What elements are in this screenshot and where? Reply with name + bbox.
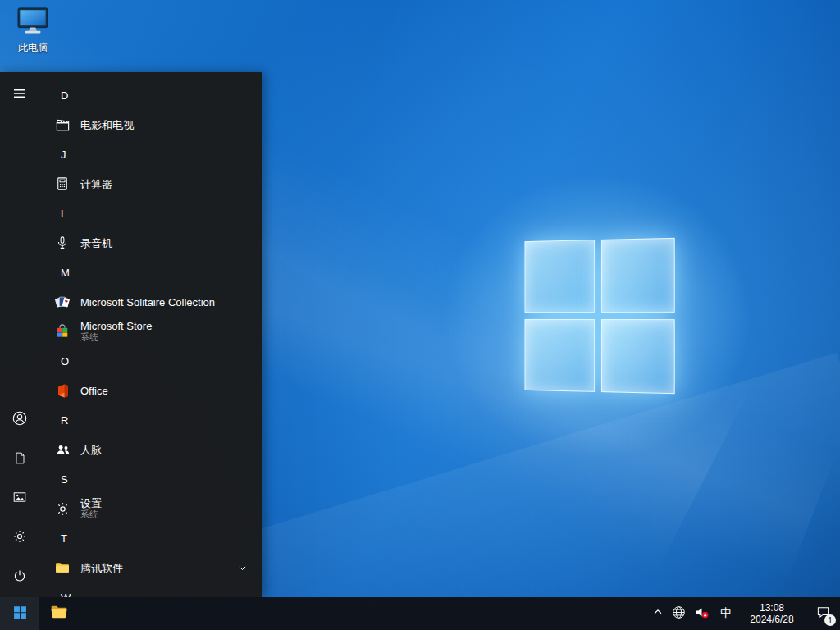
section-header-W[interactable]: W: [39, 582, 262, 597]
section-header-S[interactable]: S: [39, 464, 262, 494]
settings-gear-icon: [12, 529, 27, 547]
settings-button[interactable]: [0, 518, 39, 558]
section-header-R[interactable]: R: [39, 405, 262, 435]
calculator-icon: [52, 174, 72, 194]
solitaire-cards-icon: [52, 292, 72, 312]
app-item-calculator[interactable]: 计算器: [39, 169, 262, 199]
logo-pane: [601, 319, 675, 394]
section-header-D[interactable]: D: [39, 80, 262, 110]
chevron-up-icon: [652, 606, 664, 621]
light-beam: [240, 353, 840, 630]
clock-time: 13:08: [760, 602, 784, 614]
settings-gear-icon: [52, 499, 72, 518]
network-button[interactable]: [668, 597, 690, 630]
rail-top: [0, 75, 39, 115]
documents-button[interactable]: [0, 440, 39, 479]
clock[interactable]: 13:08 2024/6/28: [738, 597, 806, 630]
speaker-muted-icon: [694, 605, 710, 623]
desktop-icon-label: 此电脑: [18, 41, 48, 55]
voice-recorder-icon: [52, 233, 72, 253]
logo-pane: [524, 240, 595, 313]
start-menu: D 电影和电视 J: [0, 72, 262, 597]
app-item-voice-recorder[interactable]: 录音机: [39, 228, 262, 258]
section-header-J[interactable]: J: [39, 139, 262, 169]
system-tray: 中 13:08 2024/6/28 1: [648, 597, 840, 630]
app-item-office[interactable]: Office: [39, 376, 262, 405]
app-subtitle: 系统: [80, 509, 102, 520]
app-item-people[interactable]: 人脉: [39, 435, 262, 464]
desktop-icon-this-pc[interactable]: 此电脑: [11, 7, 55, 55]
start-button[interactable]: [0, 597, 39, 630]
logo-pane: [601, 238, 675, 313]
store-icon: [52, 322, 72, 341]
folder-icon: [52, 558, 72, 578]
logo-pane: [524, 319, 595, 392]
app-item-tencent-folder[interactable]: 腾讯软件: [39, 553, 262, 582]
people-icon: [52, 440, 72, 459]
app-item-movies-tv[interactable]: 电影和电视: [39, 110, 262, 139]
globe-network-icon: [672, 605, 686, 623]
rail-bottom: [0, 400, 39, 597]
clock-date: 2024/6/28: [750, 614, 793, 625]
power-button[interactable]: [0, 558, 39, 597]
expand-menu-button[interactable]: [0, 75, 39, 115]
taskbar-empty-area: [79, 597, 648, 630]
section-header-T[interactable]: T: [39, 523, 262, 553]
section-header-L[interactable]: L: [39, 199, 262, 228]
section-header-M[interactable]: M: [39, 258, 262, 287]
start-menu-app-list: D 电影和电视 J: [39, 72, 262, 597]
app-item-solitaire[interactable]: Microsoft Solitaire Collection: [39, 287, 262, 317]
wallpaper-windows-logo: [524, 238, 674, 394]
file-explorer-button[interactable]: [39, 597, 79, 630]
user-account-button[interactable]: [0, 400, 39, 440]
app-subtitle: 系统: [80, 332, 152, 343]
power-icon: [13, 569, 26, 586]
show-hidden-icons-button[interactable]: [648, 597, 668, 630]
action-center-button[interactable]: 1: [806, 597, 840, 630]
volume-button[interactable]: [690, 597, 714, 630]
pictures-icon: [13, 491, 26, 507]
start-menu-rail: [0, 72, 39, 597]
documents-icon: [14, 452, 26, 468]
windows-logo-icon: [13, 605, 27, 623]
desktop: 此电脑: [0, 0, 840, 630]
this-pc-monitor-icon: [16, 7, 50, 39]
ime-indicator[interactable]: 中: [714, 597, 738, 630]
taskbar: 中 13:08 2024/6/28 1: [0, 597, 840, 630]
office-icon: [52, 381, 72, 400]
section-header-O[interactable]: O: [39, 346, 262, 376]
pictures-button[interactable]: [0, 479, 39, 518]
hamburger-menu-icon: [13, 87, 26, 103]
movies-tv-icon: [52, 115, 72, 135]
chevron-down-icon: [237, 563, 248, 573]
notification-badge: 1: [824, 614, 836, 626]
file-explorer-icon: [50, 603, 68, 624]
app-item-settings[interactable]: 设置 系统: [39, 494, 262, 523]
user-account-icon: [12, 411, 27, 429]
app-item-microsoft-store[interactable]: Microsoft Store 系统: [39, 317, 262, 346]
